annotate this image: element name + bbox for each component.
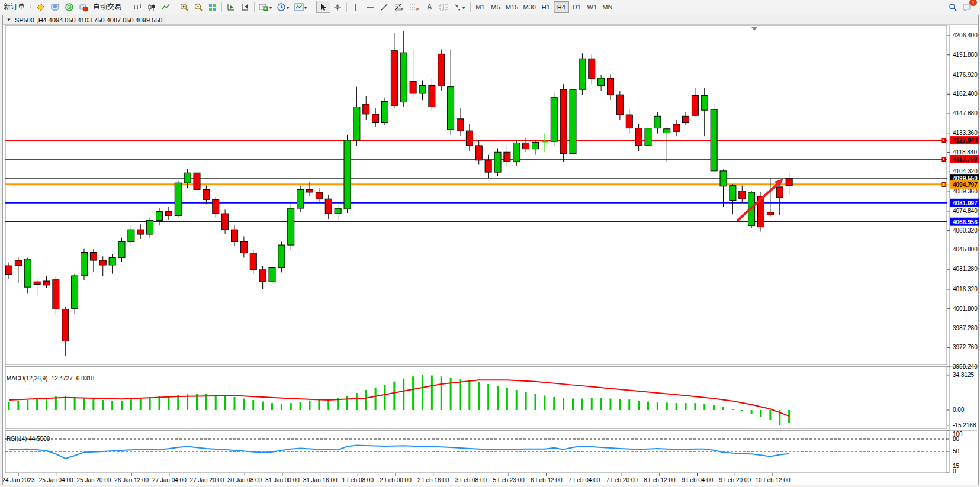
price-line-label: 4113.799 bbox=[953, 156, 978, 163]
candle-body bbox=[767, 212, 773, 215]
candle-body bbox=[354, 107, 360, 140]
vline-icon[interactable] bbox=[349, 1, 363, 13]
macd-bar bbox=[290, 403, 292, 410]
timeframe-m1[interactable]: M1 bbox=[473, 1, 488, 13]
candle-body bbox=[259, 270, 266, 282]
timeframe-mn[interactable]: MN bbox=[600, 1, 615, 13]
timeframe-h4[interactable]: H4 bbox=[554, 1, 569, 13]
time-axis-label: 31 Jan 00:00 bbox=[265, 477, 300, 483]
autotrade-icon[interactable] bbox=[76, 1, 91, 13]
tile-windows-icon[interactable] bbox=[205, 1, 220, 13]
macd-bar bbox=[769, 410, 771, 420]
new-order-button[interactable]: 新订单 bbox=[1, 1, 27, 13]
candlestick-icon[interactable] bbox=[144, 1, 159, 13]
macd-bar bbox=[741, 410, 743, 411]
time-axis-label: 8 Feb 12:00 bbox=[644, 477, 676, 483]
timeframe-h1[interactable]: H1 bbox=[538, 1, 554, 13]
candle-body bbox=[297, 189, 304, 208]
candle-body bbox=[786, 178, 792, 185]
candle-body bbox=[598, 78, 605, 85]
candle-body bbox=[269, 267, 275, 282]
trendline-icon[interactable] bbox=[377, 1, 391, 13]
terminal-icon[interactable] bbox=[48, 1, 62, 13]
candle-body bbox=[457, 119, 464, 131]
main-plot-area[interactable] bbox=[5, 25, 947, 365]
candle-body bbox=[288, 208, 294, 245]
macd-bar bbox=[318, 399, 320, 410]
candle-body bbox=[429, 85, 435, 107]
chart-shift-icon[interactable] bbox=[238, 1, 252, 13]
candle-body bbox=[776, 187, 783, 198]
indicator-window-icon[interactable] bbox=[224, 1, 238, 13]
time-axis-label: 26 Jan 12:00 bbox=[114, 477, 149, 483]
macd-bar bbox=[581, 399, 583, 410]
macd-bar bbox=[431, 376, 433, 410]
macd-bar bbox=[676, 403, 677, 410]
macd-bar bbox=[497, 386, 499, 410]
toolbar-grip bbox=[126, 2, 128, 12]
macd-bar bbox=[243, 399, 245, 410]
time-axis-label: 30 Jan 08:00 bbox=[227, 477, 262, 483]
line-chart-icon[interactable] bbox=[159, 1, 173, 13]
timeframe-m5[interactable]: M5 bbox=[488, 1, 503, 13]
macd-bar bbox=[271, 403, 273, 410]
macd-bar bbox=[384, 385, 386, 410]
price-tick-label: 4133.360 bbox=[953, 130, 978, 136]
cursor-icon[interactable] bbox=[316, 1, 330, 13]
timeframe-m15[interactable]: M15 bbox=[503, 1, 520, 13]
timeframe-m30[interactable]: M30 bbox=[520, 1, 538, 13]
candle-body bbox=[232, 230, 238, 241]
search-icon[interactable] bbox=[946, 1, 960, 13]
macd-bar bbox=[46, 398, 47, 410]
candle-body bbox=[626, 115, 632, 128]
zoom-out-icon[interactable] bbox=[191, 1, 205, 13]
svg-text:▾: ▾ bbox=[269, 5, 272, 11]
chart-titlebar[interactable]: ▼ SP500-,H4 4094.050 4103.750 4087.050 4… bbox=[3, 15, 978, 25]
bar-chart-icon[interactable] bbox=[130, 1, 144, 13]
chart-window: ▼ SP500-,H4 4094.050 4103.750 4087.050 4… bbox=[2, 15, 979, 485]
candle-body bbox=[307, 189, 313, 192]
label-icon[interactable]: T bbox=[436, 1, 451, 13]
rsi-scale-label: 80 bbox=[953, 436, 960, 442]
rsi-scale-label: 50 bbox=[953, 448, 960, 454]
template-icon[interactable]: ▾ bbox=[292, 1, 310, 13]
svg-text:▾: ▾ bbox=[287, 5, 289, 11]
zoom-in-icon[interactable] bbox=[177, 1, 191, 13]
candle-body bbox=[664, 129, 670, 133]
svg-text:▾: ▾ bbox=[462, 5, 465, 11]
timeframe-d1[interactable]: D1 bbox=[569, 1, 584, 13]
chevron-down-icon[interactable]: ▼ bbox=[7, 17, 11, 22]
hline-icon[interactable] bbox=[363, 1, 377, 13]
new-order-icon[interactable] bbox=[34, 1, 48, 13]
strategy-icon[interactable] bbox=[62, 1, 76, 13]
time-axis-label: 9 Feb 04:00 bbox=[682, 477, 714, 483]
macd-bar bbox=[300, 402, 301, 410]
fibo-icon[interactable]: E bbox=[391, 1, 407, 13]
rsi-scale-label: 0 bbox=[953, 468, 956, 475]
macd-bar bbox=[327, 399, 329, 410]
macd-bar bbox=[346, 396, 348, 410]
candle-body bbox=[165, 212, 172, 216]
time-axis-label: 25 Jan 20:00 bbox=[76, 477, 111, 483]
candle-body bbox=[720, 171, 727, 186]
timeframe-w1[interactable]: W1 bbox=[584, 1, 600, 13]
chart-canvas[interactable]: 4206.4004191.8804176.9204162.4004147.880… bbox=[3, 25, 979, 486]
time-axis-label: 24 Jan 2023 bbox=[3, 477, 35, 483]
grid-icon[interactable]: F bbox=[407, 1, 422, 13]
new-chart-icon[interactable]: ▾ bbox=[256, 1, 274, 13]
macd-bar bbox=[281, 404, 282, 410]
arrows-icon[interactable]: ▾ bbox=[451, 1, 468, 13]
candle-body bbox=[250, 253, 256, 270]
macd-bar bbox=[8, 402, 10, 410]
candle-body bbox=[654, 116, 661, 128]
price-tick-label: 4060.320 bbox=[953, 227, 978, 234]
notifications-icon[interactable]: 1 bbox=[960, 1, 974, 13]
macd-bar bbox=[628, 399, 630, 410]
crosshair-icon[interactable] bbox=[330, 1, 345, 13]
candle-body bbox=[43, 281, 50, 285]
auto-trading-button[interactable]: 自动交易 bbox=[91, 1, 124, 13]
candle-body bbox=[372, 114, 379, 123]
period-icon[interactable]: ▾ bbox=[274, 1, 292, 13]
macd-bar bbox=[553, 397, 555, 410]
text-icon[interactable]: A bbox=[422, 1, 436, 13]
